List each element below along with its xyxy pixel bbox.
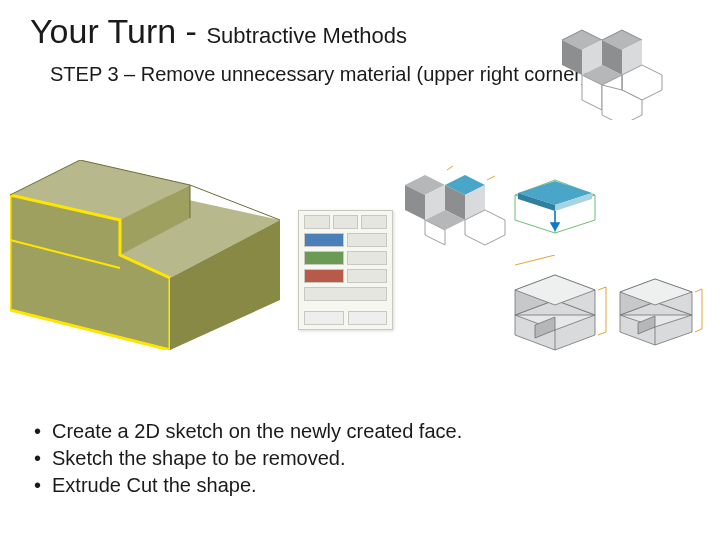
sketch-face-illustration: [395, 150, 510, 250]
svg-line-45: [598, 287, 606, 290]
svg-line-46: [598, 332, 606, 335]
svg-line-56: [695, 289, 702, 292]
slide-title: Your Turn - Subtractive Methods: [30, 12, 407, 51]
result-part-1-illustration: [500, 255, 610, 355]
hex-cluster-illustration: [542, 10, 672, 120]
svg-line-29: [487, 176, 495, 180]
svg-line-48: [515, 255, 555, 265]
instruction-list: Create a 2D sketch on the newly created …: [30, 420, 462, 501]
result-part-2-illustration: [610, 260, 705, 350]
title-main: Your Turn -: [30, 12, 206, 50]
svg-line-57: [695, 329, 702, 332]
bullet-item: Create a 2D sketch on the newly created …: [30, 420, 462, 443]
svg-line-30: [447, 166, 453, 170]
extrude-preview-illustration: [510, 175, 600, 235]
bullet-item: Sketch the shape to be removed.: [30, 447, 462, 470]
large-block-illustration: [10, 160, 280, 350]
bullet-item: Extrude Cut the shape.: [30, 474, 462, 497]
step-description: STEP 3 – Remove unnecessary material (up…: [50, 62, 588, 87]
svg-marker-37: [551, 223, 559, 230]
extrude-dialog: [298, 210, 393, 330]
title-sub: Subtractive Methods: [206, 23, 407, 48]
